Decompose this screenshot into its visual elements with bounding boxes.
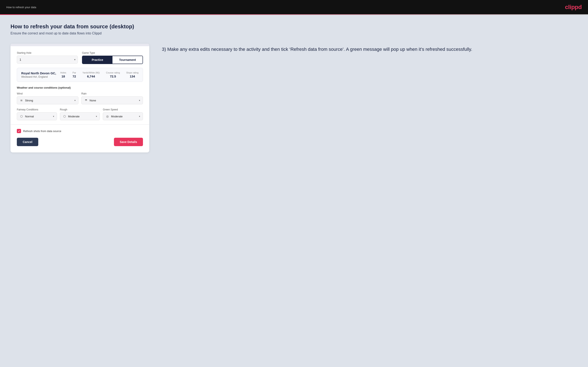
rough-value: Moderate <box>68 115 94 118</box>
rain-chevron-icon: ▾ <box>139 99 140 102</box>
slope-rating-label: Slope rating <box>126 71 138 74</box>
fairway-select[interactable]: Normal ▾ <box>17 112 57 120</box>
top-form-row: Starting Hole 1 ▾ Game Type Practice Tou… <box>17 51 143 64</box>
rough-chevron-icon: ▾ <box>96 115 97 118</box>
par-value: 72 <box>72 75 76 78</box>
green-speed-group: Green Speed Moderate ▾ <box>103 108 143 120</box>
main-content: How to refresh your data from source (de… <box>0 15 588 367</box>
rough-icon <box>63 114 66 118</box>
chevron-down-icon: ▾ <box>74 58 76 61</box>
course-rating-value: 72.5 <box>110 75 116 78</box>
slope-rating-value: 134 <box>130 75 135 78</box>
course-rating-stat: Course rating 72.5 <box>106 71 120 78</box>
wind-select[interactable]: Strong ▾ <box>17 96 78 104</box>
holes-value: 18 <box>61 75 65 78</box>
refresh-checkbox-row: ✓ Refresh shots from data source <box>17 129 143 133</box>
card-top-strip <box>10 44 149 46</box>
course-main-row: Royal North Devon GC, Westward Ho!, Engl… <box>21 71 138 78</box>
holes-stat: Holes 18 <box>60 71 66 78</box>
conditions-title: Weather and course conditions (optional) <box>17 86 143 89</box>
green-speed-select[interactable]: Moderate ▾ <box>103 112 143 120</box>
refresh-label: Refresh shots from data source <box>23 130 61 133</box>
wind-group: Wind Strong ▾ <box>17 92 78 104</box>
tournament-button[interactable]: Tournament <box>112 56 143 64</box>
clippd-logo: clippd <box>565 4 582 10</box>
fairway-group: Fairway Conditions Normal ▾ <box>17 108 57 120</box>
starting-hole-value: 1 <box>19 58 21 61</box>
page-heading: How to refresh your data from source (de… <box>10 23 578 30</box>
green-speed-value: Moderate <box>111 115 137 118</box>
yards-value: 6,744 <box>87 75 95 78</box>
practice-button[interactable]: Practice <box>82 56 112 64</box>
wind-chevron-icon: ▾ <box>74 99 76 102</box>
top-bar: How to refresh your data clippd <box>0 0 588 14</box>
browser-title: How to refresh your data <box>6 6 36 9</box>
green-speed-label: Green Speed <box>103 108 143 111</box>
wind-label: Wind <box>17 92 78 95</box>
starting-hole-label: Starting Hole <box>17 51 78 54</box>
course-name: Royal North Devon GC, <box>21 71 56 75</box>
buttons-row: Cancel Save Details <box>17 138 143 146</box>
fairway-chevron-icon: ▾ <box>53 115 54 118</box>
course-location: Westward Ho!, England <box>21 75 56 78</box>
wind-value: Strong <box>25 99 73 102</box>
course-rating-label: Course rating <box>106 71 120 74</box>
divider <box>10 125 149 125</box>
fairway-value: Normal <box>25 115 51 118</box>
fairway-label: Fairway Conditions <box>17 108 57 111</box>
form-card: Starting Hole 1 ▾ Game Type Practice Tou… <box>10 44 149 152</box>
wind-icon <box>19 99 23 102</box>
starting-hole-select[interactable]: 1 ▾ <box>17 56 78 64</box>
course-stats: Holes 18 Par 72 Yards/White (M)) 6,744 <box>60 71 138 78</box>
wind-rain-row: Wind Strong ▾ Rain None ▾ <box>17 92 143 104</box>
sidebar-instruction: 3) Make any extra edits necessary to the… <box>162 46 578 53</box>
yards-stat: Yards/White (M)) 6,744 <box>82 71 100 78</box>
green-speed-chevron-icon: ▾ <box>139 115 140 118</box>
green-speed-icon <box>105 114 109 118</box>
par-stat: Par 72 <box>72 71 76 78</box>
refresh-checkbox[interactable]: ✓ <box>17 129 21 133</box>
rain-select[interactable]: None ▾ <box>81 96 143 104</box>
holes-label: Holes <box>60 71 66 74</box>
game-type-toggle: Practice Tournament <box>82 56 143 64</box>
sidebar-text: 3) Make any extra edits necessary to the… <box>162 44 578 53</box>
rain-group: Rain None ▾ <box>81 92 143 104</box>
rain-value: None <box>90 99 137 102</box>
rain-icon <box>84 99 88 102</box>
save-button[interactable]: Save Details <box>114 138 143 146</box>
fairway-rough-green-row: Fairway Conditions Normal ▾ Rough Modera… <box>17 108 143 120</box>
page-subheading: Ensure the correct and most up to date d… <box>10 32 578 35</box>
par-label: Par <box>72 71 76 74</box>
course-name-location: Royal North Devon GC, Westward Ho!, Engl… <box>21 71 56 78</box>
cancel-button[interactable]: Cancel <box>17 138 38 146</box>
fairway-conditions-icon <box>19 114 23 118</box>
rough-group: Rough Moderate ▾ <box>60 108 100 120</box>
rough-select[interactable]: Moderate ▾ <box>60 112 100 120</box>
course-info-box: Royal North Devon GC, Westward Ho!, Engl… <box>17 68 143 82</box>
checkmark-icon: ✓ <box>18 130 20 133</box>
content-row: Starting Hole 1 ▾ Game Type Practice Tou… <box>10 44 578 152</box>
slope-rating-stat: Slope rating 134 <box>126 71 138 78</box>
starting-hole-group: Starting Hole 1 ▾ <box>17 51 78 64</box>
game-type-label: Game Type <box>82 51 143 54</box>
rain-label: Rain <box>81 92 143 95</box>
rough-label: Rough <box>60 108 100 111</box>
game-type-group: Game Type Practice Tournament <box>82 51 143 64</box>
yards-label: Yards/White (M)) <box>82 71 100 74</box>
